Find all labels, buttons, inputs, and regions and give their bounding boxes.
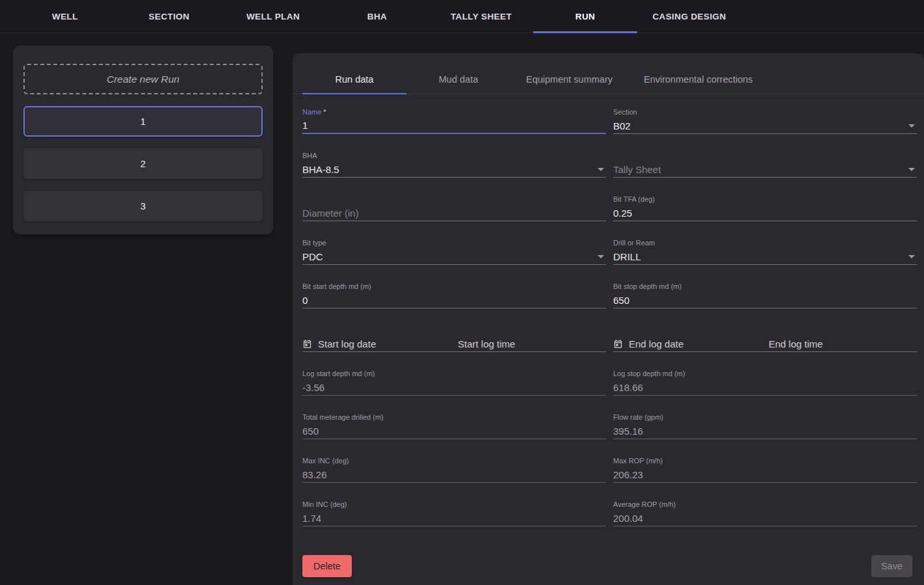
chevron-down-icon: [908, 168, 915, 171]
flow-rate-label: Flow rate (gpm): [613, 413, 917, 422]
nav-tab-tally-sheet[interactable]: TALLY SHEET: [429, 0, 533, 33]
chevron-down-icon: [908, 255, 915, 258]
log-start-depth-field: Log start depth md (m) -3.56: [302, 364, 606, 408]
log-stop-depth-value: 618.66: [613, 379, 917, 396]
end-log-datetime-field: End log date End log time: [613, 321, 917, 364]
total-meterage-label: Total meterage drilled (m): [302, 413, 606, 422]
bha-label: BHA: [302, 151, 606, 160]
save-button[interactable]: Save: [871, 555, 912, 577]
drill-or-ream-select[interactable]: DRILL: [613, 249, 917, 265]
flow-rate-value: 395.16: [613, 423, 917, 439]
tally-sheet-select[interactable]: Tally Sheet: [613, 161, 917, 178]
bit-start-depth-input[interactable]: 0: [302, 292, 606, 308]
max-rop-value: 206.23: [613, 467, 917, 483]
bit-start-depth-field: Bit start depth md (m) 0: [302, 277, 606, 321]
min-inc-value: 1.74: [302, 510, 606, 526]
bit-type-label: Bit type: [302, 238, 606, 247]
chevron-down-icon: [908, 124, 915, 128]
run-list-item-2[interactable]: 2: [23, 148, 263, 179]
name-input[interactable]: 1: [302, 118, 606, 134]
section-field: Section B02: [613, 103, 917, 146]
start-log-date-picker[interactable]: Start log date: [302, 336, 451, 351]
bit-tfa-field: Bit TFA (deg) 0.25: [613, 190, 917, 234]
max-inc-label: Max INC (deg): [302, 456, 606, 465]
chevron-down-icon: [598, 255, 604, 258]
run-data-form: Name* 1 Section B02 BHA BHA-8.5 Tally S: [293, 94, 924, 539]
nav-tab-run[interactable]: RUN: [533, 0, 637, 33]
run-list-item-3[interactable]: 3: [23, 191, 263, 221]
total-meterage-field: Total meterage drilled (m) 650: [302, 408, 606, 452]
max-inc-value: 83.26: [302, 467, 606, 483]
avg-rop-value: 200.04: [613, 510, 917, 526]
create-new-run-button[interactable]: Create new Run: [23, 64, 263, 94]
nav-tab-section[interactable]: SECTION: [117, 0, 221, 33]
bit-tfa-label: Bit TFA (deg): [613, 195, 917, 204]
bit-type-select[interactable]: PDC: [302, 249, 606, 265]
tab-environmental-corrections[interactable]: Environmental corrections: [628, 65, 769, 94]
log-stop-depth-label: Log stop depth md (m): [613, 369, 917, 378]
max-inc-field: Max INC (deg) 83.26: [302, 452, 606, 495]
bha-field: BHA BHA-8.5: [302, 146, 606, 190]
top-nav: WELL SECTION WELL PLAN BHA TALLY SHEET R…: [0, 0, 924, 33]
log-start-depth-value: -3.56: [302, 379, 606, 396]
bit-stop-depth-label: Bit stop depth md (m): [613, 282, 917, 291]
section-select[interactable]: B02: [613, 118, 917, 134]
detail-tabs: Run data Mud data Equipment summary Envi…: [293, 53, 924, 94]
flow-rate-field: Flow rate (gpm) 395.16: [613, 408, 917, 452]
section-label: Section: [613, 107, 917, 116]
max-rop-field: Max ROP (m/h) 206.23: [613, 452, 917, 495]
tally-sheet-placeholder: Tally Sheet: [613, 164, 661, 175]
end-log-time-picker[interactable]: End log time: [761, 336, 917, 351]
form-actions: Delete Save: [293, 539, 924, 577]
chevron-down-icon: [598, 168, 604, 171]
bit-start-depth-label: Bit start depth md (m): [302, 282, 606, 291]
run-list-item-1[interactable]: 1: [23, 106, 263, 137]
name-label: Name*: [302, 107, 606, 116]
bit-tfa-input[interactable]: 0.25: [613, 205, 917, 221]
min-inc-field: Min INC (deg) 1.74: [302, 495, 606, 539]
log-start-depth-label: Log start depth md (m): [302, 369, 606, 378]
drill-or-ream-label: Drill or Ream: [613, 238, 917, 247]
avg-rop-label: Average ROP (m/h): [613, 500, 917, 509]
start-log-time-picker[interactable]: Start log time: [451, 336, 606, 351]
run-detail-panel: Run data Mud data Equipment summary Envi…: [293, 53, 924, 585]
drill-or-ream-field: Drill or Ream DRILL: [613, 234, 917, 277]
nav-tab-casing-design[interactable]: CASING DESIGN: [637, 0, 741, 33]
bit-type-field: Bit type PDC: [302, 234, 606, 277]
min-inc-label: Min INC (deg): [302, 500, 606, 509]
bit-stop-depth-field: Bit stop depth md (m) 650: [613, 277, 917, 321]
tally-sheet-field: Tally Sheet: [613, 146, 917, 190]
max-rop-label: Max ROP (m/h): [613, 456, 917, 465]
diameter-placeholder: Diameter (in): [302, 208, 359, 219]
calendar-icon: [302, 339, 312, 349]
run-list-panel: Create new Run 1 2 3: [13, 46, 273, 234]
bha-select[interactable]: BHA-8.5: [302, 161, 606, 178]
diameter-input[interactable]: Diameter (in): [302, 205, 606, 221]
diameter-field: Diameter (in): [302, 190, 606, 234]
tab-mud-data[interactable]: Mud data: [406, 65, 510, 94]
tab-equipment-summary[interactable]: Equipment summary: [510, 65, 628, 94]
calendar-icon: [613, 339, 623, 349]
start-log-datetime-field: Start log date Start log time: [302, 321, 606, 364]
bit-stop-depth-input[interactable]: 650: [613, 292, 917, 308]
delete-button[interactable]: Delete: [302, 555, 352, 577]
nav-tab-bha[interactable]: BHA: [325, 0, 429, 33]
tab-run-data[interactable]: Run data: [302, 65, 406, 94]
nav-tab-well-plan[interactable]: WELL PLAN: [221, 0, 325, 33]
total-meterage-value: 650: [302, 423, 606, 439]
required-marker: *: [323, 108, 326, 116]
nav-tab-well[interactable]: WELL: [13, 0, 117, 33]
name-field: Name* 1: [302, 103, 606, 146]
end-log-date-picker[interactable]: End log date: [613, 336, 761, 351]
avg-rop-field: Average ROP (m/h) 200.04: [613, 495, 917, 539]
log-stop-depth-field: Log stop depth md (m) 618.66: [613, 364, 917, 408]
